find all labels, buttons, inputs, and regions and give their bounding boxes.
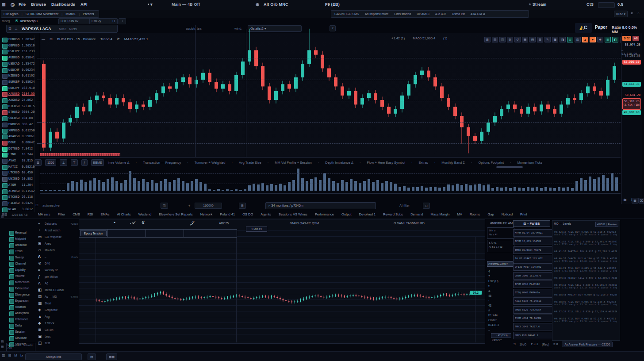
- watchlist-row[interactable]: NZDUSD0.61192: [0, 73, 34, 79]
- header-cell[interactable]: [146, 230, 184, 237]
- header-cell[interactable]: [108, 230, 146, 237]
- bottom-tab[interactable]: Devolved 1: [359, 212, 376, 216]
- watchlist-row[interactable]: USDJPY151.233: [0, 49, 34, 54]
- indicator-row[interactable]: Rotation: [6, 305, 34, 310]
- watchlist-row[interactable]: USDCHF0.90234: [0, 68, 34, 73]
- grid-button[interactable]: ⊞: [239, 203, 246, 209]
- buy-chip[interactable]: AB: [632, 36, 639, 41]
- bell-icon[interactable]: ◌: [637, 11, 640, 15]
- pin-icon[interactable]: ⊥: [15, 27, 18, 31]
- ai-filter-label[interactable]: AI filter: [399, 204, 410, 207]
- workspace-tab[interactable]: Presets: [83, 12, 94, 16]
- bottom-tab[interactable]: Network: [200, 212, 213, 216]
- bottom-tab[interactable]: EMAs: [100, 212, 109, 216]
- indicator-row[interactable]: Delta: [6, 323, 34, 329]
- order-row[interactable]: GMM5 PHB M4047.2: [513, 332, 553, 339]
- price-scale[interactable]: S 52 AB 53,974.25— 53,618.9053,261.5552,…: [621, 33, 642, 204]
- mode-button[interactable]: ◫: [161, 203, 168, 209]
- tool-item[interactable]: ⊘D40: [35, 261, 79, 267]
- chart-toolbar-icon[interactable]: ▦: [522, 37, 528, 42]
- chart-toolbar-icon[interactable]: ⚙: [507, 37, 513, 42]
- preset-select[interactable]: Gstatist2 ▾: [248, 25, 302, 32]
- indicator-row[interactable]: Breakout: [6, 243, 34, 248]
- volume-panel[interactable]: [40, 169, 621, 194]
- script-a-icon[interactable]: 𝒜: [130, 220, 134, 226]
- order-row[interactable]: EV8M 4564 7B.PAMRG: [513, 315, 553, 322]
- log-row[interactable]: 09:41:32 PARTIAL BUY 0.012 @ 52,288.5 #8…: [554, 250, 617, 253]
- order-row[interactable]: MY/M 02.04 10.4X921: [513, 229, 553, 237]
- watchlist-row[interactable]: BTCUSD52318.5: [0, 104, 34, 109]
- volume-toolbar-button[interactable]: ⊥: [60, 159, 67, 166]
- bottom-bar-icon[interactable]: M: [14, 353, 17, 357]
- menu-item[interactable]: Dashboards: [51, 2, 75, 7]
- chart-toolbar-icon[interactable]: ✚: [597, 37, 603, 42]
- indicator-segment-label[interactable]: MM Vol Profile + Session: [268, 161, 312, 165]
- side-list-item[interactable]: 7: [488, 275, 490, 278]
- side-list-item[interactable]: 4: [488, 270, 490, 273]
- order-row[interactable]: OF130 M017 3145T02: [513, 263, 553, 271]
- menu-item[interactable]: Browse: [31, 2, 46, 7]
- watchlist-row[interactable]: EURUSD1.08342: [0, 37, 34, 42]
- tool-item[interactable]: ⌗Weekly 82: [35, 268, 79, 273]
- watchlist-row[interactable]: UNIUSD10.882: [0, 177, 34, 182]
- bottom-tab[interactable]: Noticed: [502, 212, 513, 216]
- log-row[interactable]: 09:39:48 REJECT SELL 0.500 @ 52,200.0 #8…: [554, 277, 617, 279]
- indicator-row[interactable]: Sweep: [6, 255, 34, 261]
- panel-icon[interactable]: ⊡: [35, 203, 38, 207]
- layout-field-1[interactable]: LOT RUN av: [58, 18, 91, 24]
- bottom-bar-icon[interactable]: ⊟: [8, 353, 12, 357]
- bottom-tab[interactable]: Filter: [58, 212, 65, 216]
- side-list-item[interactable]: #: [488, 309, 490, 312]
- log-row[interactable]: 09:36:51 FILL BUY 0.045 @ 52,131.5 #8281…: [554, 317, 617, 323]
- indicator-segment-label[interactable]: Transaction — Frequency: [136, 161, 181, 165]
- watchlist-row[interactable]: ETHUSD3084.20: [0, 110, 34, 115]
- indicator-row[interactable]: Structure: [6, 336, 34, 341]
- bottom-tab[interactable]: OS DO: [242, 212, 253, 216]
- tool-item[interactable]: ≣Go 4th: [35, 327, 79, 333]
- bottom-tab[interactable]: Sessions VS Wines: [279, 212, 307, 216]
- count-dropdown[interactable]: 0152 ▾: [614, 11, 628, 17]
- bottom-tab[interactable]: AI Charts: [117, 212, 130, 216]
- side-list-item[interactable]: –: [488, 328, 490, 331]
- chart-toolbar-icon[interactable]: ↺: [514, 37, 521, 42]
- workspace-tab[interactable]: File Agora: [4, 12, 19, 16]
- tool-item[interactable]: ΛA0: [35, 281, 79, 287]
- tool-item[interactable]: ▣Less: [35, 334, 79, 340]
- square-button[interactable]: ◻: [423, 203, 430, 209]
- legend-item[interactable]: Trend 4: [100, 37, 112, 41]
- indicator-row[interactable]: Exhaustion: [6, 286, 34, 292]
- watchlist-row[interactable]: MATIC0.98210: [0, 165, 34, 170]
- indicator-row[interactable]: Divergence: [6, 292, 34, 298]
- top-toggle[interactable]: [598, 2, 615, 8]
- side-list-item[interactable]: U92 (U): [488, 280, 498, 283]
- layout-field-2[interactable]: EMG/y: [89, 18, 111, 24]
- plus-icon[interactable]: ＋: [188, 203, 191, 208]
- chart-toolbar-icon[interactable]: ▲: [582, 37, 588, 42]
- bottom-tab[interactable]: MV: [457, 212, 462, 216]
- chart-toolbar-icon[interactable]: ✎: [544, 37, 551, 42]
- chart-toolbar-icon[interactable]: ⊡: [575, 37, 581, 42]
- drawing-vline-1[interactable]: [195, 25, 196, 157]
- tool-item[interactable]: ƒper Million: [35, 274, 79, 280]
- sell-chip[interactable]: S 52: [622, 36, 631, 41]
- indicator-segment-label[interactable]: Options Footprint: [471, 161, 504, 165]
- indicator-row[interactable]: Expansion: [6, 299, 34, 304]
- log-row[interactable]: 09:42:15 FILL BUY 0.025 @ 52,318.5 #8291…: [554, 230, 617, 236]
- bottom-tab[interactable]: Performance: [315, 212, 334, 216]
- side-box-1[interactable]: 98 t o No v 4°: [487, 227, 514, 239]
- window-icon[interactable]: ▦: [2, 2, 6, 7]
- side-footer-button[interactable]: → AT (15.9): [491, 333, 511, 338]
- indicator-segment-label[interactable]: Avg Trade Size: [231, 161, 261, 165]
- order-row[interactable]: GH3M 30M9 151.0879: [513, 272, 553, 280]
- log-row[interactable]: 09:38:05 FILL BUY 0.055 @ 52,144.5 #8283…: [554, 300, 617, 306]
- rail-icon-bottom2[interactable]: ▦: [1, 345, 4, 349]
- indicator-row[interactable]: Imbalance: [6, 317, 34, 323]
- bottom-tab[interactable]: Westend: [138, 212, 151, 216]
- log-row[interactable]: 09:38:44 MODIFY BUY 0.080 @ 52,150.0 #82…: [554, 293, 617, 296]
- log-row[interactable]: 09:40:21 FILL BUY 0.065 @ 52,244.5 #8287…: [554, 267, 617, 272]
- chart-toolbar-icon[interactable]: ▤: [529, 37, 536, 42]
- bottom-tab[interactable]: Elsewhere Set Reports: [159, 212, 193, 216]
- side-list-item[interactable]: F1 X44: [488, 314, 498, 317]
- order-row[interactable]: BM88 OS/BVA4 M9972: [513, 246, 553, 254]
- legend-item[interactable]: MA10 52,433.1: [124, 37, 148, 41]
